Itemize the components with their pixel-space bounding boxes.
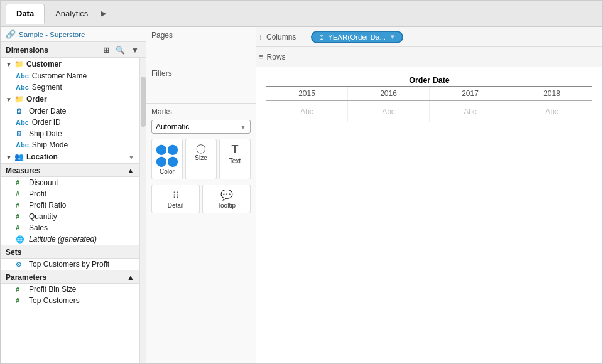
marks-grid: ⬤⬤⬤⬤ Color ◯ Size T Text [151, 139, 251, 179]
field-label-quantity: Quantity [29, 212, 57, 221]
canvas-panel: ⫶ Columns 🗓 YEAR(Order Da... ▼ ≡ Rows [256, 27, 602, 363]
source-icon: 🔗 [6, 29, 16, 39]
column-pill-label: YEAR(Order Da... [328, 33, 386, 41]
pill-close-icon[interactable]: ▼ [389, 33, 396, 40]
pill-calendar-icon: 🗓 [318, 33, 325, 41]
viz-data-row: Abc Abc Abc Abc [266, 101, 592, 122]
field-latitude[interactable]: 🌐 Latitude (generated) [1, 233, 139, 245]
viz-cell-3: Abc [511, 101, 592, 122]
sets-header: Sets [1, 245, 139, 259]
source-bar[interactable]: 🔗 Sample - Superstore [1, 27, 146, 42]
marks-dropdown[interactable]: Automatic ▼ [151, 120, 251, 134]
group-order-label: Order [26, 95, 47, 104]
viz-order-date-header: Order Date [266, 72, 592, 87]
field-type-hash-profitbin: # [16, 286, 26, 293]
chevron-customer: ▼ [6, 61, 12, 68]
dimensions-grid-icon[interactable]: ⊞ [101, 45, 111, 55]
viz-col-2016: 2016 [348, 87, 430, 100]
sidebar-scrollbar[interactable] [139, 58, 146, 363]
field-sales[interactable]: # Sales [1, 222, 139, 233]
dimensions-search-icon[interactable]: 🔍 [114, 45, 127, 55]
marks-row2: ⁝⁝ Detail 💬 Tooltip [151, 185, 251, 213]
field-label-customer-name: Customer Name [32, 72, 87, 80]
columns-shelf-icon: ⫶ [259, 32, 263, 41]
sidebar-scrollbar-thumb [141, 77, 146, 127]
filters-section: Filters [146, 65, 256, 104]
viz-container: Order Date 2015 2016 2017 2018 Abc Abc A… [256, 67, 602, 127]
mark-btn-tooltip[interactable]: 💬 Tooltip [202, 185, 251, 213]
group-order: ▼ 📁 Order 🗓 Order Date Abc Order ID [1, 93, 139, 151]
field-top-customers[interactable]: # Top Customers [1, 295, 139, 306]
mark-btn-detail[interactable]: ⁝⁝ Detail [151, 185, 200, 213]
field-type-hash-sales: # [16, 224, 26, 232]
measures-expand-icon[interactable]: ▲ [127, 166, 134, 175]
field-profit-bin-size[interactable]: # Profit Bin Size [1, 284, 139, 295]
viz-col-2015: 2015 [266, 87, 348, 100]
tooltip-icon: 💬 [220, 189, 233, 201]
source-name: Sample - Superstore [19, 31, 85, 38]
parameters-header: Parameters ▲ [1, 270, 139, 284]
mark-btn-color-label: Color [160, 168, 175, 175]
group-location-header[interactable]: ▼ 👥 Location ▼ [1, 151, 139, 163]
field-segment[interactable]: Abc Segment [1, 82, 139, 93]
rows-shelf: ≡ Rows [256, 47, 602, 67]
pages-label: Pages [151, 31, 251, 40]
mark-btn-text[interactable]: T Text [219, 139, 251, 179]
group-customer-header[interactable]: ▼ 📁 Customer [1, 58, 139, 70]
viz-cell-1: Abc [348, 101, 430, 122]
field-label-segment: Segment [32, 83, 62, 92]
field-label-ship-mode: Ship Mode [32, 141, 68, 149]
sidebar-field-list: ▼ 📁 Customer Abc Customer Name Abc Segme… [1, 58, 139, 363]
detail-icon: ⁝⁝ [173, 189, 179, 201]
viz-cell-2: Abc [430, 101, 511, 122]
field-type-abc-orderid: Abc [16, 119, 29, 126]
parameters-label: Parameters [6, 273, 46, 282]
field-profit-ratio[interactable]: # Profit Ratio [1, 200, 139, 211]
mark-btn-size-label: Size [195, 154, 207, 161]
text-icon: T [232, 143, 239, 156]
field-label-profit-bin-size: Profit Bin Size [29, 285, 76, 294]
field-ship-mode[interactable]: Abc Ship Mode [1, 139, 139, 151]
field-order-date[interactable]: 🗓 Order Date [1, 105, 139, 117]
field-discount[interactable]: # Discount [1, 177, 139, 188]
field-customer-name[interactable]: Abc Customer Name [1, 70, 139, 82]
marks-dropdown-value: Automatic [156, 122, 189, 131]
field-top-customers-profit[interactable]: ⊙ Top Customers by Profit [1, 259, 139, 270]
rows-shelf-text: Rows [267, 53, 286, 62]
field-label-latitude: Latitude (generated) [29, 235, 97, 244]
group-customer-label: Customer [26, 60, 62, 68]
tab-arrow[interactable]: ▶ [101, 9, 106, 18]
field-order-id[interactable]: Abc Order ID [1, 117, 139, 128]
field-label-order-date: Order Date [29, 107, 66, 115]
pages-section: Pages [146, 27, 256, 65]
field-label-top-customers-profit: Top Customers by Profit [29, 260, 109, 269]
parameters-expand-icon[interactable]: ▲ [127, 273, 134, 282]
dimensions-expand-icon[interactable]: ▼ [129, 45, 141, 55]
dimensions-label: Dimensions [6, 46, 48, 55]
mark-btn-tooltip-label: Tooltip [217, 202, 236, 209]
rows-shelf-icon: ≡ [259, 52, 264, 62]
marks-dropdown-arrow: ▼ [240, 124, 246, 131]
tab-analytics[interactable]: Analytics [45, 4, 99, 24]
chevron-order: ▼ [6, 96, 12, 103]
measures-label: Measures [6, 166, 40, 175]
field-profit[interactable]: # Profit [1, 188, 139, 200]
field-type-hash-discount: # [16, 179, 26, 186]
columns-label: ⫶ Columns [259, 32, 309, 41]
measures-header: Measures ▲ [1, 163, 139, 177]
group-order-header[interactable]: ▼ 📁 Order [1, 93, 139, 105]
column-pill-year[interactable]: 🗓 YEAR(Order Da... ▼ [311, 31, 403, 43]
field-type-cal-orderdate: 🗓 [16, 107, 26, 115]
columns-shelf: ⫶ Columns 🗓 YEAR(Order Da... ▼ [256, 27, 602, 47]
field-type-globe-lat: 🌐 [16, 235, 26, 244]
sidebar: 🔗 Sample - Superstore Dimensions ⊞ 🔍 ▼ [1, 27, 146, 363]
sidebar-scroll-area: ▼ 📁 Customer Abc Customer Name Abc Segme… [1, 58, 146, 363]
mark-btn-color[interactable]: ⬤⬤⬤⬤ Color [151, 139, 183, 179]
mark-btn-size[interactable]: ◯ Size [185, 139, 217, 179]
tab-data[interactable]: Data [6, 4, 45, 24]
field-quantity[interactable]: # Quantity [1, 211, 139, 222]
field-ship-date[interactable]: 🗓 Ship Date [1, 128, 139, 139]
folder-location-icon: 👥 [14, 153, 24, 161]
field-type-circle-topprofit: ⊙ [16, 260, 26, 269]
field-label-order-id: Order ID [32, 118, 61, 127]
